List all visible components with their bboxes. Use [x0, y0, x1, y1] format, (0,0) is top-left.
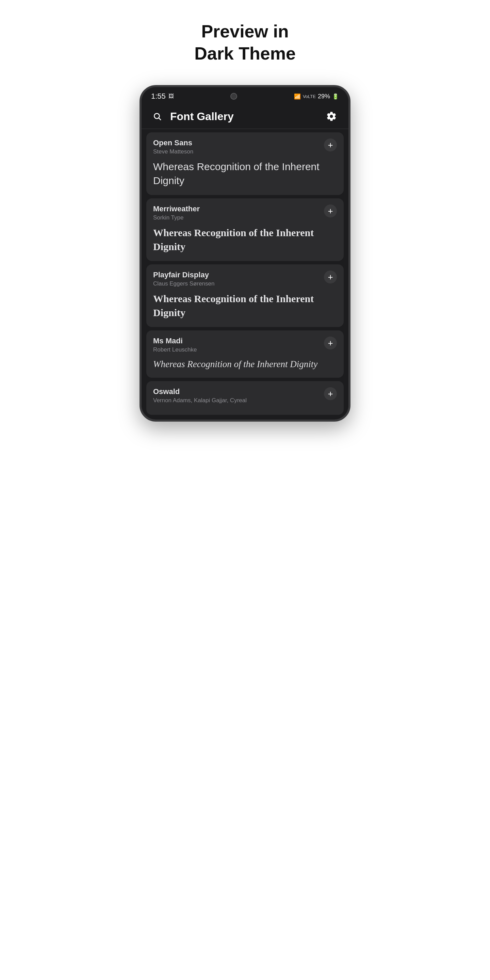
- add-font-button-ms-madi[interactable]: +: [324, 337, 337, 350]
- app-title: Font Gallery: [165, 110, 323, 123]
- font-item-playfair[interactable]: Playfair Display Claus Eggers Sørensen +…: [146, 264, 344, 327]
- search-icon: [153, 112, 162, 121]
- app-toolbar: Font Gallery: [142, 104, 348, 129]
- phone-frame: 1:55 🖼 📶 VoLTE 29% 🔋 Font Gallery: [140, 85, 350, 422]
- font-item-ms-madi[interactable]: Ms Madi Robert Leuschke + Whereas Recogn…: [146, 331, 344, 378]
- font-meta: Open Sans Steve Matteson: [153, 138, 193, 155]
- font-author: Robert Leuschke: [153, 347, 197, 353]
- camera-notch: [231, 93, 237, 100]
- signal-icon: VoLTE: [303, 94, 316, 99]
- font-preview-playfair: Whereas Recognition of the Inherent Dign…: [153, 292, 337, 320]
- font-name: Playfair Display: [153, 270, 215, 279]
- font-item-header: Playfair Display Claus Eggers Sørensen +: [153, 270, 337, 287]
- add-font-button-oswald[interactable]: +: [324, 387, 337, 400]
- add-font-button-open-sans[interactable]: +: [324, 138, 337, 151]
- search-button[interactable]: [150, 109, 165, 124]
- font-author: Vernon Adams, Kalapi Gajjar, Cyreal: [153, 397, 247, 404]
- svg-line-1: [159, 118, 161, 120]
- battery-text: 29%: [318, 93, 330, 100]
- font-name: Oswald: [153, 387, 247, 396]
- gallery-icon: 🖼: [169, 93, 174, 99]
- font-name: Merriweather: [153, 205, 200, 213]
- add-font-button-merriweather[interactable]: +: [324, 205, 337, 218]
- status-bar: 1:55 🖼 📶 VoLTE 29% 🔋: [142, 87, 348, 104]
- wifi-icon: 📶: [294, 93, 301, 100]
- font-name: Open Sans: [153, 138, 193, 147]
- font-meta: Oswald Vernon Adams, Kalapi Gajjar, Cyre…: [153, 387, 247, 404]
- font-meta: Merriweather Sorkin Type: [153, 205, 200, 221]
- header-line2: Dark Theme: [194, 43, 296, 63]
- font-item-header: Ms Madi Robert Leuschke +: [153, 337, 337, 353]
- font-list: Open Sans Steve Matteson + Whereas Recog…: [142, 132, 348, 415]
- font-author: Steve Matteson: [153, 148, 193, 155]
- header-line1: Preview in: [201, 21, 288, 41]
- settings-button[interactable]: [323, 108, 340, 125]
- font-author: Sorkin Type: [153, 215, 200, 221]
- font-item-header: Oswald Vernon Adams, Kalapi Gajjar, Cyre…: [153, 387, 337, 404]
- font-item-header: Merriweather Sorkin Type +: [153, 205, 337, 221]
- font-item-merriweather[interactable]: Merriweather Sorkin Type + Whereas Recog…: [146, 198, 344, 261]
- font-meta: Playfair Display Claus Eggers Sørensen: [153, 270, 215, 287]
- add-font-button-playfair[interactable]: +: [324, 270, 337, 283]
- font-item-oswald[interactable]: Oswald Vernon Adams, Kalapi Gajjar, Cyre…: [146, 381, 344, 415]
- font-item-header: Open Sans Steve Matteson +: [153, 138, 337, 155]
- font-meta: Ms Madi Robert Leuschke: [153, 337, 197, 353]
- svg-point-0: [154, 113, 159, 118]
- status-right: 📶 VoLTE 29% 🔋: [294, 93, 339, 100]
- font-name: Ms Madi: [153, 337, 197, 345]
- font-preview-merriweather: Whereas Recognition of the Inherent Dign…: [153, 226, 337, 253]
- page-header: Preview in Dark Theme: [194, 21, 296, 65]
- font-preview-ms-madi: Whereas Recognition of the Inherent Dign…: [153, 358, 337, 370]
- status-time: 1:55 🖼: [151, 92, 174, 101]
- font-item-open-sans[interactable]: Open Sans Steve Matteson + Whereas Recog…: [146, 132, 344, 195]
- gear-icon: [326, 111, 337, 122]
- battery-icon: 🔋: [332, 93, 339, 100]
- font-preview-open-sans: Whereas Recognition of the Inherent Dign…: [153, 160, 337, 188]
- font-author: Claus Eggers Sørensen: [153, 280, 215, 287]
